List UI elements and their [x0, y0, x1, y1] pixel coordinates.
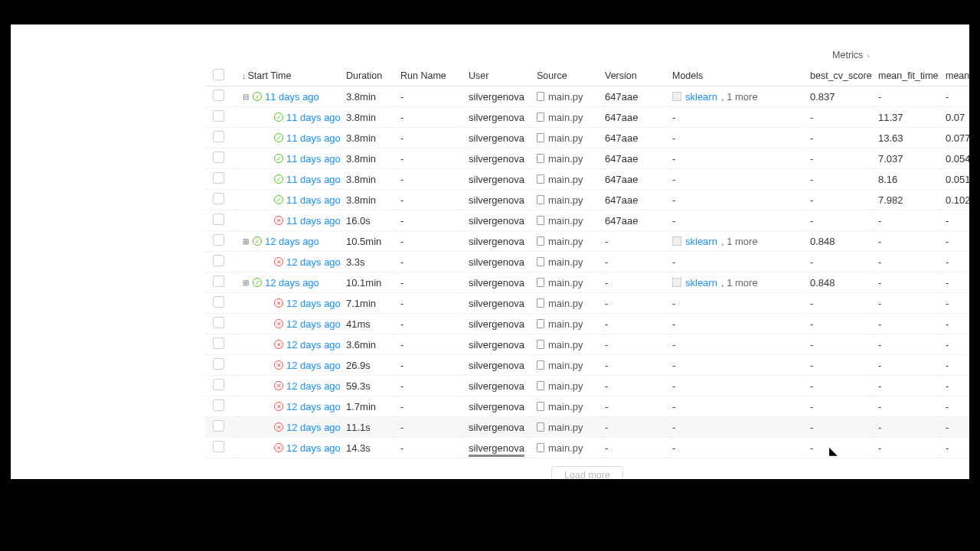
start-time-link[interactable]: 12 days ago: [286, 380, 341, 392]
start-time-link[interactable]: 12 days ago: [286, 256, 341, 268]
row-checkbox[interactable]: [213, 337, 224, 349]
table-row[interactable]: ✕12 days ago11.1s-silvergenovamain.py---…: [205, 417, 969, 438]
row-checkbox[interactable]: [213, 296, 224, 308]
metrics-tab[interactable]: Metrics ‹: [832, 50, 870, 60]
start-time-link[interactable]: 12 days ago: [286, 360, 341, 371]
start-time-link[interactable]: 11 days ago: [286, 132, 341, 144]
models-cell: -: [668, 314, 805, 334]
source-cell: main.py: [532, 334, 600, 355]
col-start-time-header[interactable]: ↓Start Time: [237, 66, 341, 86]
start-time-link[interactable]: 12 days ago: [265, 236, 319, 247]
row-checkbox[interactable]: [213, 193, 224, 204]
duration-cell: 26.9s: [341, 355, 396, 376]
row-checkbox[interactable]: [213, 276, 224, 287]
col-user-header[interactable]: User: [464, 66, 532, 86]
best-cv-score-cell: -: [805, 438, 874, 458]
row-checkbox[interactable]: [213, 399, 224, 411]
table-row[interactable]: ✕12 days ago26.9s-silvergenovamain.py---…: [205, 355, 969, 376]
source-cell: main.py: [532, 293, 600, 314]
table-row[interactable]: ⊞✓12 days ago10.1min-silvergenovamain.py…: [205, 272, 969, 293]
start-time-link[interactable]: 12 days ago: [286, 318, 341, 330]
row-checkbox[interactable]: [213, 441, 224, 452]
table-row[interactable]: ✕12 days ago59.3s-silvergenovamain.py---…: [205, 376, 969, 396]
row-checkbox[interactable]: [213, 172, 224, 184]
mean-fit-time-cell: 13.63: [874, 128, 941, 148]
start-time-link[interactable]: 11 days ago: [286, 174, 341, 185]
table-row[interactable]: ✓11 days ago3.8min-silvergenovamain.py64…: [205, 128, 969, 148]
model-link[interactable]: sklearn: [685, 277, 717, 289]
start-time-link[interactable]: 12 days ago: [286, 401, 341, 412]
col-checkbox-header[interactable]: [205, 66, 237, 86]
col-run-name-header[interactable]: Run Name: [396, 66, 464, 86]
start-time-link[interactable]: 11 days ago: [286, 194, 341, 206]
col-models-header[interactable]: Models: [668, 66, 805, 86]
select-all-checkbox[interactable]: [213, 69, 224, 80]
start-time-link[interactable]: 12 days ago: [265, 277, 319, 289]
model-more: , 1 more: [721, 91, 758, 103]
user-cell: silvergenova: [464, 438, 532, 458]
row-checkbox[interactable]: [213, 317, 224, 328]
row-checkbox[interactable]: [213, 420, 224, 432]
col-mean-header[interactable]: mean: [941, 66, 969, 86]
row-checkbox[interactable]: [213, 131, 224, 142]
model-link[interactable]: sklearn: [685, 91, 717, 103]
run-name-cell: -: [396, 355, 464, 376]
version-cell: 647aae: [600, 86, 668, 107]
model-more: , 1 more: [721, 236, 758, 247]
expand-icon[interactable]: ⊞: [242, 279, 250, 286]
duration-cell: 3.8min: [341, 86, 396, 107]
col-duration-header[interactable]: Duration: [341, 66, 396, 86]
start-time-link[interactable]: 12 days ago: [286, 339, 341, 350]
duration-cell: 11.1s: [341, 417, 396, 438]
version-cell: 647aae: [600, 107, 668, 128]
best-cv-score-cell: 0.848: [805, 272, 874, 293]
status-fail-icon: ✕: [274, 360, 283, 370]
status-success-icon: ✓: [274, 154, 283, 163]
start-time-link[interactable]: 11 days ago: [265, 91, 319, 103]
row-checkbox[interactable]: [213, 110, 224, 122]
expand-icon[interactable]: ⊞: [242, 237, 250, 245]
start-time-link[interactable]: 11 days ago: [286, 215, 341, 227]
collapse-icon[interactable]: ⊟: [242, 93, 250, 100]
table-row[interactable]: ✓11 days ago3.8min-silvergenovamain.py64…: [205, 148, 969, 169]
col-best-cv-score-header[interactable]: best_cv_score: [805, 66, 874, 86]
start-time-link[interactable]: 12 days ago: [286, 442, 341, 454]
start-time-link[interactable]: 11 days ago: [286, 153, 341, 165]
run-name-cell: -: [396, 252, 464, 272]
user-cell: silvergenova: [464, 86, 532, 107]
table-row[interactable]: ✕12 days ago3.6min-silvergenovamain.py--…: [205, 334, 969, 355]
col-version-header[interactable]: Version: [600, 66, 668, 86]
col-mean-fit-time-header[interactable]: mean_fit_time: [874, 66, 941, 86]
row-checkbox[interactable]: [213, 234, 224, 246]
table-row[interactable]: ✕12 days ago1.7min-silvergenovamain.py--…: [205, 396, 969, 417]
row-checkbox[interactable]: [213, 90, 224, 101]
start-time-link[interactable]: 12 days ago: [286, 422, 341, 433]
table-row[interactable]: ✓11 days ago3.8min-silvergenovamain.py64…: [205, 169, 969, 190]
user-cell: silvergenova: [464, 355, 532, 376]
table-row[interactable]: ✕12 days ago3.3s-silvergenovamain.py----…: [205, 252, 969, 272]
source-label: main.py: [548, 360, 583, 371]
table-row[interactable]: ✕11 days ago16.0s-silvergenovamain.py647…: [205, 210, 969, 231]
row-checkbox[interactable]: [213, 152, 224, 163]
version-cell: -: [600, 355, 668, 376]
row-checkbox[interactable]: [213, 214, 224, 225]
user-cell: silvergenova: [464, 376, 532, 396]
run-name-cell: -: [396, 417, 464, 438]
row-checkbox[interactable]: [213, 379, 224, 390]
table-row[interactable]: ✓11 days ago3.8min-silvergenovamain.py64…: [205, 190, 969, 210]
load-more-button[interactable]: Load more: [551, 466, 623, 479]
row-checkbox[interactable]: [213, 358, 224, 370]
expander-spacer: [263, 382, 271, 390]
models-cell: -: [668, 396, 805, 417]
table-row[interactable]: ✕12 days ago41ms-silvergenovamain.py----…: [205, 314, 969, 334]
table-row[interactable]: ⊞✓12 days ago10.5min-silvergenovamain.py…: [205, 231, 969, 252]
start-time-link[interactable]: 11 days ago: [286, 112, 341, 123]
row-checkbox[interactable]: [213, 255, 224, 266]
table-row[interactable]: ⊟✓11 days ago3.8min-silvergenovamain.py6…: [205, 86, 969, 107]
start-time-link[interactable]: 12 days ago: [286, 298, 341, 309]
table-row[interactable]: ✕12 days ago7.1min-silvergenovamain.py--…: [205, 293, 969, 314]
col-source-header[interactable]: Source: [532, 66, 600, 86]
table-row[interactable]: ✓11 days ago3.8min-silvergenovamain.py64…: [205, 107, 969, 128]
table-row[interactable]: ✕12 days ago14.3s-silvergenovamain.py---…: [205, 438, 969, 458]
model-link[interactable]: sklearn: [685, 236, 717, 247]
